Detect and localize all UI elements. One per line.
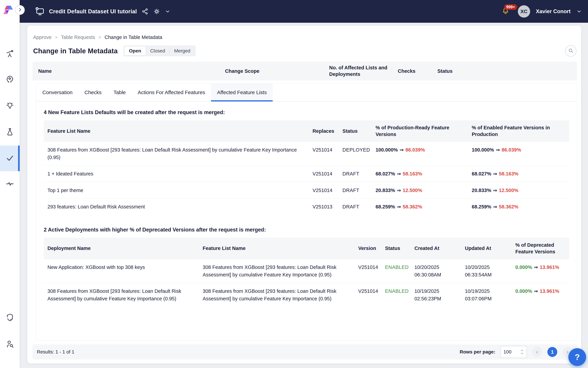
previous-page-button[interactable]: ‹ xyxy=(532,347,542,357)
column-header-checks: Checks xyxy=(398,68,415,74)
arrow-icon: ⇒ xyxy=(395,171,403,176)
arrow-icon: ⇒ xyxy=(395,188,403,193)
stepper-icon[interactable] xyxy=(520,349,524,355)
prod-ready-change: 100.000%⇒86.039% xyxy=(372,142,468,166)
prod-ready-change: 68.027%⇒58.163% xyxy=(372,166,468,182)
deprecated-change: 0.000%⇒13.961% xyxy=(512,259,569,283)
feature-lists-table: Feature List Name Replaces Status % of P… xyxy=(44,120,569,215)
status-badge: DRAFT xyxy=(342,171,359,176)
breadcrumb-separator: > xyxy=(98,35,101,40)
created-at: 10/19/202502:56:23PM xyxy=(411,283,461,307)
left-sidebar xyxy=(0,23,20,368)
workspace-menu-chevron-icon[interactable] xyxy=(165,9,170,14)
arrow-icon: ⇒ xyxy=(494,147,502,153)
sidebar-item-experiment[interactable] xyxy=(0,119,20,145)
filter-open[interactable]: Open xyxy=(124,46,146,55)
prod-ready-change: 20.833%⇒12.500% xyxy=(372,182,468,199)
approve-check-icon xyxy=(5,153,15,163)
table-row[interactable]: 308 Features from XGBoost [293 features:… xyxy=(44,142,569,166)
search-button[interactable] xyxy=(565,45,576,56)
feature-lists-header-row: Feature List Name Replaces Status % of P… xyxy=(44,120,569,142)
chevron-right-icon xyxy=(18,7,23,13)
table-row[interactable]: 1 + Ideated Features V251014 DRAFT 68.02… xyxy=(44,166,569,182)
state-filter-group: Open Closed Merged xyxy=(124,46,196,56)
breadcrumb-approve[interactable]: Approve xyxy=(33,35,52,40)
col-prod-ready-pct: % of Production-Ready Feature Versions xyxy=(372,120,468,142)
page-title: Change in Table Metadata xyxy=(33,47,118,55)
request-detail-panel: Conversation Checks Table Actions For Af… xyxy=(36,83,577,341)
col-status: Status xyxy=(339,120,372,142)
sidebar-item-user-search[interactable] xyxy=(0,331,20,357)
table-row[interactable]: 293 features: Loan Default Risk Assessme… xyxy=(44,199,569,215)
results-footer: Results: 1 - 1 of 1 Rows per page: ‹ 1 › xyxy=(32,344,577,359)
arrow-icon: ⇒ xyxy=(491,204,499,210)
rows-per-page-input[interactable] xyxy=(503,349,517,355)
created-at: 10/20/202506:30:08AM xyxy=(411,259,461,283)
table-row[interactable]: Top 1 per theme V251014 DRAFT 20.833%⇒12… xyxy=(44,182,569,199)
feature-list-name: 1 + Ideated Features xyxy=(44,166,309,182)
sidebar-item-monitor[interactable] xyxy=(0,171,20,197)
col-deprecated-pct: % of Deprecated Feature Versions xyxy=(512,238,569,259)
tab-affected-feature-lists[interactable]: Affected Feature Lists xyxy=(211,84,273,101)
feature-list-name: 293 features: Loan Default Risk Assessme… xyxy=(44,199,309,215)
settings-gear-icon[interactable] xyxy=(153,8,160,15)
updated-at: 10/19/202503:07:06PM xyxy=(462,283,512,307)
activity-pulse-icon xyxy=(5,179,14,189)
sidebar-expand-button[interactable] xyxy=(15,5,25,15)
current-page-button[interactable]: 1 xyxy=(547,347,557,357)
replaces-version: V251013 xyxy=(309,199,339,215)
sidebar-item-explore[interactable] xyxy=(0,41,20,67)
col-enabled-pct: % of Enabled Feature Versions in Product… xyxy=(468,120,569,142)
user-menu-chevron-icon[interactable] xyxy=(576,9,582,14)
status-badge: ENABLED xyxy=(385,265,409,270)
breadcrumb-table-requests[interactable]: Table Requests xyxy=(61,35,95,40)
person-search-icon xyxy=(5,340,14,349)
col-status: Status xyxy=(382,238,411,259)
feature-list-name: 308 Features from XGBoost [293 features:… xyxy=(199,283,355,307)
request-detail-card: Approve > Table Requests > Change in Tab… xyxy=(27,26,581,364)
tab-actions-for-affected-features[interactable]: Actions For Affected Features xyxy=(132,84,211,101)
table-row[interactable]: New Application: XGBoost with top 308 ke… xyxy=(44,259,569,283)
column-header-change-scope: Change Scope xyxy=(225,68,259,74)
feature-list-name: 308 Features from XGBoost [293 features:… xyxy=(199,259,355,283)
status-badge: DRAFT xyxy=(342,204,359,210)
arrow-icon: ⇒ xyxy=(491,171,499,176)
avatar[interactable]: XC xyxy=(518,5,530,18)
sidebar-item-approve[interactable] xyxy=(0,146,20,171)
breadcrumb: Approve > Table Requests > Change in Tab… xyxy=(32,26,577,40)
sidebar-item-governance[interactable] xyxy=(0,305,20,331)
feature-lists-heading: 4 New Feature Lists Defaults will be cre… xyxy=(44,109,569,116)
enabled-change: 68.259%⇒58.362% xyxy=(468,199,569,215)
shield-check-icon xyxy=(5,313,14,322)
notifications-count-badge: 999+ xyxy=(504,4,517,10)
search-icon xyxy=(568,48,574,54)
share-icon[interactable] xyxy=(141,8,149,15)
chevron-left-icon: ‹ xyxy=(536,348,538,356)
tab-table[interactable]: Table xyxy=(107,84,132,101)
status-badge: DEPLOYED xyxy=(342,147,370,153)
results-count: Results: 1 - 1 of 1 xyxy=(37,349,74,355)
help-button[interactable]: ? xyxy=(568,348,586,366)
detail-tab-bar: Conversation Checks Table Actions For Af… xyxy=(36,84,577,101)
filter-merged[interactable]: Merged xyxy=(170,46,195,55)
prod-ready-change: 68.259%⇒58.362% xyxy=(372,199,468,215)
sidebar-item-ideate[interactable] xyxy=(0,93,20,119)
updated-at: 10/20/202506:33:54AM xyxy=(462,259,512,283)
feature-list-name: 308 Features from XGBoost [293 features:… xyxy=(44,142,309,166)
table-row[interactable]: 308 Features from XGBoost [293 features:… xyxy=(44,283,569,307)
col-feature-list-name: Feature List Name xyxy=(199,238,355,259)
column-header-affected-lists: No. of Affected Lists and Deployments xyxy=(329,64,391,77)
tab-checks[interactable]: Checks xyxy=(79,84,107,101)
tab-conversation[interactable]: Conversation xyxy=(36,84,79,101)
workspace-title: Credit Default Dataset UI tutorial xyxy=(49,8,137,15)
rows-per-page-label: Rows per page: xyxy=(460,349,495,355)
arrow-icon: ⇒ xyxy=(395,204,403,210)
replaces-version: V251014 xyxy=(309,142,339,166)
replaces-version: V251014 xyxy=(309,166,339,182)
feature-list-name: Top 1 per theme xyxy=(44,182,309,199)
notifications-button[interactable]: 999+ xyxy=(501,7,510,16)
arrow-icon: ⇒ xyxy=(532,288,540,294)
filter-closed[interactable]: Closed xyxy=(146,46,169,55)
arrow-icon: ⇒ xyxy=(532,265,540,270)
sidebar-item-ai[interactable] xyxy=(0,67,20,92)
